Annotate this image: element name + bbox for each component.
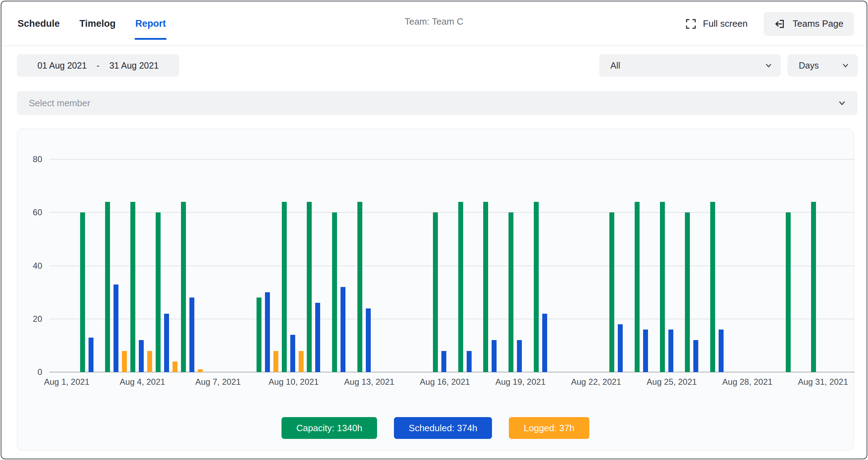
header: Schedule Timelog Report Team: Team C Ful… bbox=[1, 1, 867, 46]
chevron-down-icon bbox=[764, 61, 773, 70]
bar-logged-aug-6[interactable] bbox=[198, 369, 203, 372]
bar-scheduled-aug-26[interactable] bbox=[693, 340, 698, 372]
x-tick-label: Aug 10, 2021 bbox=[259, 377, 329, 387]
chevron-down-icon bbox=[837, 98, 847, 108]
bar-scheduled-aug-4[interactable] bbox=[139, 340, 144, 372]
bar-capacity-aug-9[interactable] bbox=[257, 298, 261, 372]
gridline bbox=[49, 319, 855, 319]
member-select-placeholder: Select member bbox=[29, 98, 90, 109]
x-tick-label: Aug 25, 2021 bbox=[637, 377, 707, 387]
x-tick-label: Aug 13, 2021 bbox=[334, 377, 404, 387]
bar-scheduled-aug-9[interactable] bbox=[265, 292, 270, 372]
bar-capacity-aug-19[interactable] bbox=[509, 212, 513, 372]
bar-capacity-aug-2[interactable] bbox=[80, 212, 85, 372]
bar-capacity-aug-17[interactable] bbox=[458, 202, 463, 372]
y-tick-label: 60 bbox=[20, 207, 42, 217]
x-tick-label: Aug 28, 2021 bbox=[712, 377, 783, 387]
bar-capacity-aug-11[interactable] bbox=[307, 202, 312, 372]
y-tick-label: 80 bbox=[20, 154, 42, 164]
teams-page-button[interactable]: Teams Page bbox=[764, 12, 854, 36]
bar-scheduled-aug-17[interactable] bbox=[467, 351, 472, 372]
y-tick-label: 20 bbox=[20, 314, 42, 324]
x-tick-label: Aug 31, 2021 bbox=[788, 377, 858, 387]
y-tick-label: 40 bbox=[20, 261, 42, 271]
bar-capacity-aug-27[interactable] bbox=[710, 202, 715, 372]
date-range-picker[interactable]: 01 Aug 2021 - 31 Aug 2021 bbox=[17, 54, 179, 77]
bar-capacity-aug-13[interactable] bbox=[357, 202, 362, 372]
bar-scheduled-aug-19[interactable] bbox=[517, 340, 522, 372]
bar-logged-aug-4[interactable] bbox=[147, 351, 152, 372]
bar-capacity-aug-25[interactable] bbox=[660, 202, 665, 372]
exit-icon bbox=[774, 18, 785, 30]
chart-legend: Capacity: 1340h Scheduled: 374h Logged: … bbox=[18, 417, 853, 439]
bar-capacity-aug-26[interactable] bbox=[685, 212, 690, 372]
app-window: Schedule Timelog Report Team: Team C Ful… bbox=[1, 1, 867, 459]
member-select[interactable]: Select member bbox=[17, 91, 857, 115]
bar-scheduled-aug-3[interactable] bbox=[114, 285, 118, 372]
x-tick-label: Aug 19, 2021 bbox=[485, 377, 556, 387]
fullscreen-icon bbox=[685, 18, 697, 30]
bar-scheduled-aug-10[interactable] bbox=[290, 335, 295, 372]
x-tick-label: Aug 16, 2021 bbox=[410, 377, 480, 387]
granularity-value: Days bbox=[799, 60, 819, 71]
bar-capacity-aug-10[interactable] bbox=[282, 202, 287, 372]
bar-scheduled-aug-18[interactable] bbox=[492, 340, 497, 372]
bar-logged-aug-9[interactable] bbox=[273, 351, 278, 372]
bar-capacity-aug-12[interactable] bbox=[332, 212, 337, 372]
bar-scheduled-aug-11[interactable] bbox=[315, 303, 320, 372]
team-label: Team: Team C bbox=[404, 16, 463, 27]
bar-logged-aug-10[interactable] bbox=[299, 351, 304, 372]
bar-scheduled-aug-13[interactable] bbox=[366, 308, 371, 372]
fullscreen-button[interactable]: Full screen bbox=[685, 18, 747, 30]
bar-scheduled-aug-23[interactable] bbox=[618, 324, 623, 372]
date-from: 01 Aug 2021 bbox=[37, 60, 86, 71]
legend-button[interactable]: Capacity: 1340h bbox=[281, 417, 377, 439]
chevron-down-icon bbox=[841, 61, 850, 70]
bar-logged-aug-5[interactable] bbox=[173, 362, 177, 372]
bar-scheduled-aug-27[interactable] bbox=[719, 330, 724, 372]
bar-capacity-aug-18[interactable] bbox=[483, 202, 488, 372]
bar-scheduled-aug-5[interactable] bbox=[164, 314, 169, 372]
x-tick-label: Aug 1, 2021 bbox=[32, 377, 102, 387]
bar-capacity-aug-24[interactable] bbox=[635, 202, 640, 372]
bar-capacity-aug-5[interactable] bbox=[156, 212, 161, 372]
bar-capacity-aug-30[interactable] bbox=[786, 212, 791, 372]
bar-capacity-aug-6[interactable] bbox=[181, 202, 186, 372]
group-filter-select[interactable]: All bbox=[599, 54, 781, 77]
y-tick-label: 0 bbox=[20, 367, 42, 377]
bar-capacity-aug-23[interactable] bbox=[609, 212, 614, 372]
bar-scheduled-aug-2[interactable] bbox=[89, 338, 93, 372]
date-to: 31 Aug 2021 bbox=[109, 60, 158, 71]
bar-capacity-aug-31[interactable] bbox=[811, 202, 816, 372]
bar-scheduled-aug-12[interactable] bbox=[341, 287, 345, 372]
gridline bbox=[49, 159, 855, 160]
group-filter-value: All bbox=[610, 60, 620, 71]
granularity-select[interactable]: Days bbox=[788, 54, 858, 77]
x-tick-label: Aug 22, 2021 bbox=[561, 377, 631, 387]
x-tick-label: Aug 7, 2021 bbox=[183, 377, 253, 387]
date-separator: - bbox=[97, 60, 99, 71]
x-tick-label: Aug 4, 2021 bbox=[107, 377, 177, 387]
tab-schedule[interactable]: Schedule bbox=[17, 4, 60, 44]
bar-scheduled-aug-6[interactable] bbox=[189, 298, 194, 372]
legend-button[interactable]: Scheduled: 374h bbox=[394, 417, 492, 439]
bar-capacity-aug-20[interactable] bbox=[534, 202, 539, 372]
bar-scheduled-aug-25[interactable] bbox=[668, 330, 673, 372]
bar-scheduled-aug-20[interactable] bbox=[542, 314, 547, 372]
legend-button[interactable]: Logged: 37h bbox=[509, 417, 589, 439]
x-axis-line bbox=[49, 372, 855, 372]
header-actions: Full screen Teams Page bbox=[685, 1, 854, 46]
bar-scheduled-aug-16[interactable] bbox=[441, 351, 446, 372]
gridline bbox=[49, 266, 855, 266]
bar-capacity-aug-4[interactable] bbox=[130, 202, 135, 372]
bar-capacity-aug-3[interactable] bbox=[105, 202, 110, 372]
tab-bar: Schedule Timelog Report bbox=[17, 1, 167, 46]
report-chart-card: 020406080Aug 1, 2021Aug 4, 2021Aug 7, 20… bbox=[17, 129, 854, 451]
bar-scheduled-aug-24[interactable] bbox=[643, 330, 648, 372]
chart-plot: 020406080Aug 1, 2021Aug 4, 2021Aug 7, 20… bbox=[18, 129, 853, 450]
tab-report[interactable]: Report bbox=[135, 4, 167, 44]
bar-capacity-aug-16[interactable] bbox=[433, 212, 438, 372]
tab-timelog[interactable]: Timelog bbox=[79, 4, 116, 44]
bar-logged-aug-3[interactable] bbox=[122, 351, 127, 372]
gridline bbox=[49, 212, 855, 213]
